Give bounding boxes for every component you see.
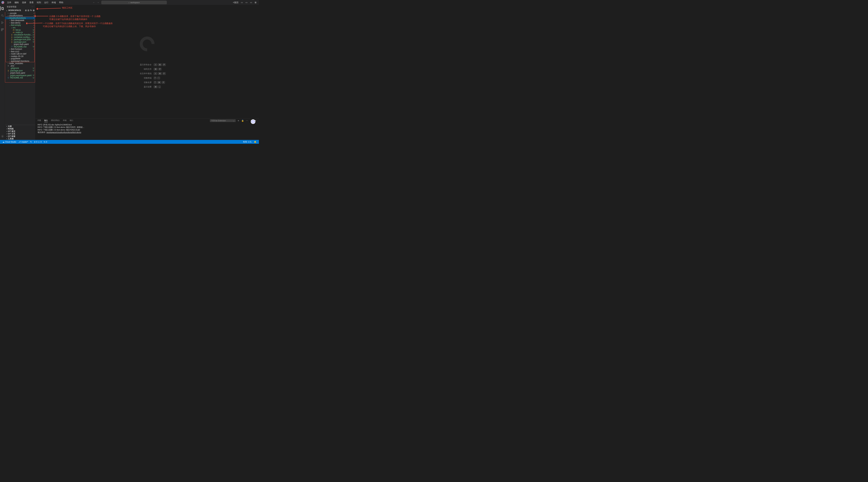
chevron-icon: › — [9, 53, 11, 55]
folder-item[interactable]: ›cloudfunctions• — [5, 15, 35, 17]
file-item[interactable]: !pnpm-lock.yaml — [5, 43, 35, 46]
file-label: .env — [10, 65, 34, 67]
folder-item[interactable]: ›ibot-zzzz — [5, 50, 35, 53]
menu-item[interactable]: 选择 — [21, 0, 28, 5]
output-line: INFO: [环境 ID] abc-9g9ta2m2dfd82dcd — [37, 123, 257, 126]
folder-item[interactable]: ⌄src• — [5, 26, 35, 29]
keyboard-key: ⌘ — [158, 72, 162, 75]
sidebar-section[interactable]: › GIT 分支 — [5, 133, 35, 135]
explorer-activity-icon[interactable] — [0, 6, 4, 10]
git-status: • — [33, 20, 34, 22]
panel-right-controls: TCB Iac Extension ⌄ ≡ 🔒 ⋯ ^ ✕ — [210, 119, 257, 122]
file-item[interactable]: {}package.jsonU — [5, 41, 35, 43]
sidebar-section[interactable]: › GIT 标签 — [5, 135, 35, 137]
new-folder-icon[interactable]: ⊡ — [28, 9, 29, 11]
file-item[interactable]: {}cloudbase-functions.jsonU — [5, 34, 35, 36]
nav-forward-icon[interactable]: → — [96, 1, 100, 4]
folder-item[interactable]: ›nodejs-20-18 — [5, 55, 35, 58]
collapse-icon[interactable]: ⊟ — [33, 9, 34, 11]
folder-item[interactable]: ⌄cloudrunfunctions• — [5, 17, 35, 19]
folder-item[interactable]: ›quickstart-functions — [5, 60, 35, 62]
output-channel-dropdown[interactable]: TCB Iac Extension ⌄ — [210, 119, 236, 122]
sidebar-section[interactable]: › 大纲 — [5, 125, 35, 127]
chevron-right-icon: › — [6, 135, 8, 137]
folder-item[interactable]: ›ibot-demo• — [5, 22, 35, 24]
panel-lock-icon[interactable]: 🔒 — [241, 119, 244, 122]
file-label: cloudrunfunctions — [9, 17, 33, 19]
editor-area: 显示所有命令⇧⌘P转到文件⌘P在文件中查找⇧⌘F切换终端^`切换全屏^⌘F显示设… — [35, 5, 259, 140]
status-layout[interactable]: 布局: U.S. — [242, 141, 253, 143]
status-git-branch[interactable]: ⎇master* — [17, 141, 29, 143]
file-item[interactable]: !pnpm-workspace.yamlU — [5, 74, 35, 77]
run-activity-icon[interactable] — [0, 21, 5, 25]
folder-item[interactable]: ⌄ibot-empty• — [5, 24, 35, 27]
panel-tab[interactable]: 问题 — [37, 119, 41, 122]
menu-item[interactable]: 编辑 — [13, 0, 20, 5]
menu-item[interactable]: 帮助 — [58, 0, 65, 5]
customize-layout-icon[interactable]: ⊞ — [254, 1, 257, 4]
new-file-icon[interactable]: ⎙ — [25, 9, 27, 11]
panel-more-icon[interactable]: ⋯ — [246, 119, 248, 122]
menu-item[interactable]: 转到 — [35, 0, 42, 5]
folder-item[interactable]: ›ibot-deepseek• — [5, 19, 35, 22]
file-item[interactable]: JSindex.jsU — [5, 31, 35, 34]
file-label: node_modules — [9, 62, 34, 65]
menu-item[interactable]: 运行 — [43, 0, 50, 5]
status-cloud-studio[interactable]: ☁Cloud Studio — [1, 141, 17, 143]
layout-panel-icon[interactable]: ▭ — [244, 1, 248, 4]
title-center: ← → ⌕ workspace — [92, 1, 167, 4]
file-item[interactable]: !pnpm-lock.yaml — [5, 72, 35, 74]
file-item[interactable]: ⓘREADME.mdU — [5, 46, 35, 48]
keyboard-key: F — [162, 81, 165, 84]
folder-item[interactable]: ›node-sdk-in-cbrf — [5, 53, 35, 55]
file-item[interactable]: ⓘREADME.mdU — [5, 77, 35, 79]
keyboard-key: ⌘ — [154, 86, 158, 88]
panel-tab[interactable]: 输出 — [44, 119, 48, 122]
layout-primary-icon[interactable]: ▭ — [240, 1, 244, 4]
status-sync[interactable]: ↻ — [29, 141, 33, 143]
sidebar-section[interactable]: › 时间线 — [5, 127, 35, 130]
status-ports[interactable]: ⇋0 — [42, 141, 48, 143]
panel-list-icon[interactable]: ≡ — [237, 119, 240, 122]
status-bell-icon[interactable]: 🔔 — [253, 141, 257, 143]
folder-item[interactable]: ›ibot-hunyun• — [5, 48, 35, 51]
file-item[interactable]: {}container.config.jsonU — [5, 36, 35, 38]
sidebar-more-icon[interactable]: ⋯ — [31, 6, 33, 8]
file-path-link[interactable]: /workspace/cloudrunfunctions/ibot-demo — [46, 131, 81, 133]
file-item[interactable]: JSbot.jsU — [5, 29, 35, 31]
panel-tab[interactable]: 终端 — [63, 119, 66, 122]
status-problems[interactable]: ⊘0 ⚠0 — [33, 141, 42, 143]
command-center-search[interactable]: ⌕ workspace — [101, 1, 167, 4]
port-icon: ⇋ — [44, 141, 45, 143]
file-item[interactable]: ⚙.env — [5, 65, 35, 67]
panel-tab[interactable]: 调试控制台 — [51, 119, 60, 122]
menu-item[interactable]: 查看 — [28, 0, 35, 5]
extensions-activity-icon[interactable] — [0, 28, 5, 32]
file-item[interactable]: ·.gitignoreU — [5, 67, 35, 69]
keyboard-key: P — [162, 63, 166, 66]
menu-item[interactable]: 文件 — [6, 0, 13, 5]
cloud-icon: ☁ — [2, 141, 4, 143]
folder-item[interactable]: ›.vscode• — [5, 12, 35, 15]
file-item[interactable]: {}package-lock.jsonU — [5, 38, 35, 41]
output-content[interactable]: INFO: [环境 ID] abc-9g9ta2m2dfd82dcdINFO: … — [35, 123, 259, 140]
nav-back-icon[interactable]: ← — [92, 1, 96, 4]
back-link[interactable]: <返回 — [233, 1, 239, 4]
refresh-icon[interactable]: ↻ — [30, 9, 32, 11]
layout-secondary-icon[interactable]: ▭ — [249, 1, 253, 4]
file-label: package.json — [14, 41, 33, 43]
folder-item[interactable]: ›puppeteer — [5, 58, 35, 60]
sidebar-section[interactable]: › GIT 提交 — [5, 130, 35, 133]
chevron-icon: › — [9, 58, 11, 60]
sidebar-section[interactable]: › 工具箱 — [5, 137, 35, 140]
assistant-float-button[interactable] — [251, 119, 255, 124]
workspace-header[interactable]: ⌄ WORKSPACE ⎙ ⊡ ↻ ⊟ — [5, 8, 35, 12]
file-item[interactable]: {}package.jsonU — [5, 69, 35, 72]
search-activity-icon[interactable] — [0, 13, 5, 18]
chevron-right-icon: › — [6, 133, 8, 135]
menu-item[interactable]: 终端 — [50, 0, 57, 5]
file-label: ibot-demo — [11, 22, 33, 24]
folder-item[interactable]: ›node_modules — [5, 62, 35, 65]
panel-tab[interactable]: 端口 — [70, 119, 73, 122]
settings-activity-icon[interactable] — [0, 134, 5, 139]
